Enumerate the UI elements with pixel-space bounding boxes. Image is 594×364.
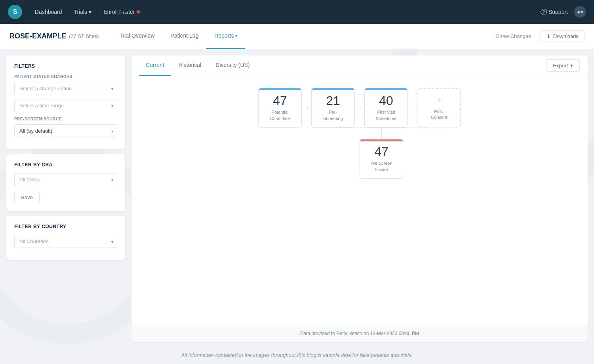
pre-screen-source-select[interactable]: All (by default) [14,124,117,137]
sub-header: ROSE-EXAMPLE (27 ST Sites) Trial Overvie… [0,24,594,49]
tab-patient-log[interactable]: Patient Log [163,24,207,49]
filter-country-title: Filter by Country [14,224,117,229]
question-icon: ? [541,9,547,15]
post-consent-plus-icon: + [437,95,442,105]
flow-card-pre-screening: 21 Pre-Screening [311,88,355,128]
account-menu[interactable]: ● ▾ [574,6,586,18]
disclaimer: All information contained in the images … [0,348,594,362]
flow-card-first-visit: 40 First VisitScheduled [364,88,408,128]
horiz-connector-line [336,128,427,128]
filter-cra-card: Filter by CRA All CRAs ▾ Save [6,154,125,211]
filters-title: Filters [14,63,117,69]
pre-screen-source-wrapper: All (by default) ▾ [14,124,117,137]
change-option-wrapper: Select a change option ▾ [14,82,117,95]
post-consent-label: Post-Consent [431,109,447,121]
filters-card: Filters PATIENT STATUS CHANGES Select a … [6,55,125,149]
nav-trials[interactable]: Trials ▾ [69,6,97,17]
tab-current[interactable]: Current [139,55,171,76]
content-tabs: Current Historical Diversity (US) Export… [131,55,588,76]
content-area: Current Historical Diversity (US) Export… [131,55,588,342]
enroll-dot-icon [137,10,140,13]
vert-connector-line [381,128,382,139]
potential-count: 47 [273,94,287,108]
support-link[interactable]: ? Support [541,9,568,15]
sub-navigation: Trial Overview Patient Log Reports ▾ [112,24,491,49]
vertical-connector: 47 Pre-ScreenFailure [336,128,427,179]
patient-status-section-title: PATIENT STATUS CHANGES [14,74,117,79]
chevron-down-icon: ▾ [570,63,573,69]
cra-save-button[interactable]: Save [14,192,40,203]
first-visit-label: First VisitScheduled [376,109,396,122]
nav-items: Dashboard Trials ▾ Enroll Faster [30,6,541,17]
cra-select[interactable]: All CRAs [14,173,117,186]
top-navigation: S Dashboard Trials ▾ Enroll Faster ? Sup… [0,0,594,24]
main-layout: Filters PATIENT STATUS CHANGES Select a … [0,49,594,348]
chevron-down-icon: ▾ [89,9,91,15]
nav-dashboard[interactable]: Dashboard [30,6,67,17]
trial-sites: (27 ST Sites) [69,33,99,39]
data-footer: Data provided to Reify Health on 13-Mar-… [131,325,588,342]
time-range-select[interactable]: Select a time range [14,99,117,112]
flow-connector-area: 47 Pre-ScreenFailure [139,128,580,179]
country-select-wrapper: All Countries ▾ [14,235,117,248]
flow-top-row: 47 PotentialCandidate → 21 Pre-Screening… [258,88,461,128]
arrow-2: → [355,104,364,111]
tab-historical[interactable]: Historical [172,55,208,76]
change-option-select[interactable]: Select a change option [14,82,117,95]
trial-name: ROSE-EXAMPLE [10,32,67,40]
failure-label: Pre-ScreenFailure [370,160,392,173]
downloads-button[interactable]: ⬇ Downloads [541,30,584,42]
failure-count: 47 [374,145,388,159]
flow-diagram: 47 PotentialCandidate → 21 Pre-Screening… [131,76,588,325]
flow-branch: 47 Pre-ScreenFailure [292,128,427,179]
flow-card-potential: 47 PotentialCandidate [258,88,302,128]
arrow-3: → [408,104,417,111]
show-changes-button[interactable]: Show Changes [491,31,536,42]
potential-label: PotentialCandidate [270,109,290,122]
user-icon: ● [577,9,580,15]
nav-enroll-faster[interactable]: Enroll Faster [99,6,144,17]
cra-select-wrapper: All CRAs ▾ [14,173,117,186]
pre-screen-source-title: PRE-SCREEN SOURCE [14,117,117,121]
filter-cra-title: Filter by CRA [14,162,117,168]
logo-icon: S [8,5,22,19]
tab-reports[interactable]: Reports ▾ [206,24,245,49]
pre-screening-label: Pre-Screening [323,109,343,122]
tab-trial-overview[interactable]: Trial Overview [112,24,163,49]
export-button[interactable]: Export ▾ [546,59,580,72]
reports-chevron-icon: ▾ [235,34,237,38]
sidebar: Filters PATIENT STATUS CHANGES Select a … [6,55,125,342]
flow-card-post-consent: + Post-Consent [417,88,461,128]
download-icon: ⬇ [546,33,551,39]
time-range-wrapper: Select a time range ▾ [14,99,117,112]
tab-diversity[interactable]: Diversity (US) [209,55,256,76]
pre-screening-count: 21 [326,94,340,108]
country-select[interactable]: All Countries [14,235,117,248]
nav-right: ? Support ● ▾ [541,6,586,18]
sub-header-actions: Show Changes ⬇ Downloads [491,30,585,42]
filter-country-card: Filter by Country All Countries ▾ [6,216,125,260]
first-visit-count: 40 [379,94,393,108]
flow-card-pre-screen-failure: 47 Pre-ScreenFailure [360,139,403,179]
arrow-1: → [302,104,311,111]
